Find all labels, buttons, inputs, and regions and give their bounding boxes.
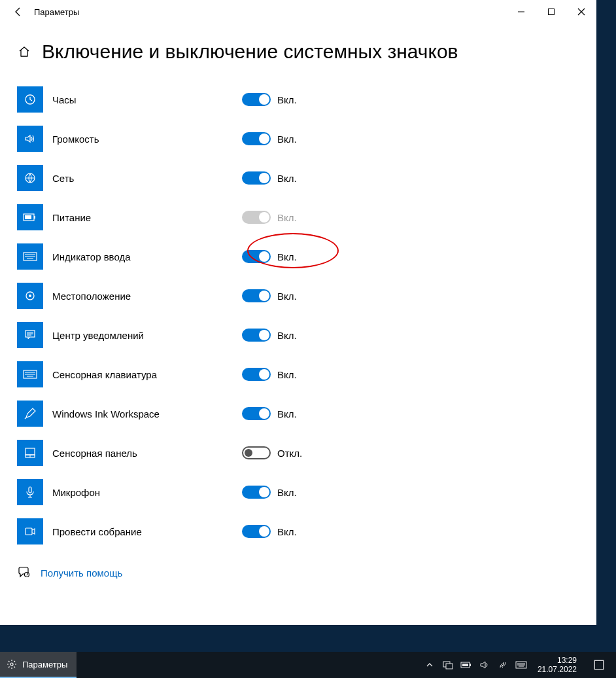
comment-icon xyxy=(17,322,43,348)
setting-row-meet-now: Провести собраниеВкл. xyxy=(17,518,579,544)
svg-rect-25 xyxy=(26,528,32,535)
toggle-touch-keyboard[interactable] xyxy=(242,368,271,381)
toggle-wrap: Вкл. xyxy=(242,289,297,302)
taskbar-app-settings[interactable]: Параметры xyxy=(0,652,77,678)
tray-clock[interactable]: 13:29 21.07.2022 xyxy=(534,656,581,674)
back-arrow-icon xyxy=(13,7,24,17)
window-title: Параметры xyxy=(34,7,79,17)
toggle-action-center[interactable] xyxy=(242,329,271,342)
toggle-wrap: Вкл. xyxy=(242,407,297,420)
toggle-state-label: Вкл. xyxy=(277,526,297,537)
toggle-wrap: Откл. xyxy=(242,446,302,459)
svg-point-12 xyxy=(29,294,31,297)
toggle-wrap: Вкл. xyxy=(242,525,297,538)
volume-icon xyxy=(17,126,43,152)
close-button[interactable] xyxy=(566,0,596,24)
svg-rect-24 xyxy=(29,487,31,493)
toggle-state-label: Вкл. xyxy=(277,330,297,341)
toggle-state-label: Вкл. xyxy=(277,251,297,262)
battery-icon xyxy=(17,204,43,230)
setting-label: Часы xyxy=(52,94,242,105)
setting-label: Индикатор ввода xyxy=(52,251,242,262)
globe-icon xyxy=(17,165,43,191)
toggle-volume[interactable] xyxy=(242,132,271,145)
toggle-state-label: Вкл. xyxy=(277,173,297,184)
maximize-button[interactable] xyxy=(536,0,566,24)
minimize-button[interactable] xyxy=(506,0,536,24)
toggle-state-label: Вкл. xyxy=(277,487,297,498)
toggle-microphone[interactable] xyxy=(242,486,271,499)
keyboard-icon xyxy=(17,243,43,270)
tray-battery-icon[interactable] xyxy=(460,659,472,671)
toggle-wrap: Вкл. xyxy=(242,329,297,342)
toggle-state-label: Вкл. xyxy=(277,408,297,419)
settings-window: Параметры Включение и выключение системн… xyxy=(0,0,596,625)
tray-time: 13:29 xyxy=(538,656,577,665)
setting-row-action-center: Центр уведомленийВкл. xyxy=(17,322,579,348)
tray-keyboard-icon[interactable] xyxy=(515,659,527,671)
page-title: Включение и выключение системных значков xyxy=(42,41,458,63)
toggle-wrap: Вкл. xyxy=(242,132,297,145)
setting-row-touchpad: Сенсорная панельОткл. xyxy=(17,440,579,466)
toggle-wrap: Вкл. xyxy=(242,171,297,185)
setting-label: Микрофон xyxy=(52,487,242,498)
svg-rect-32 xyxy=(462,664,468,666)
setting-row-input-indicator: Индикатор вводаВкл. xyxy=(17,243,579,270)
setting-row-volume: ГромкостьВкл. xyxy=(17,126,579,152)
tray-connector-icon[interactable] xyxy=(497,659,509,671)
setting-label: Центр уведомлений xyxy=(52,330,242,341)
setting-label: Сенсорная панель xyxy=(52,448,242,459)
toggle-state-label: Вкл. xyxy=(277,212,297,223)
toggle-clock[interactable] xyxy=(242,93,271,106)
setting-label: Сеть xyxy=(52,173,242,184)
setting-label: Питание xyxy=(52,212,242,223)
tray-date: 21.07.2022 xyxy=(538,665,577,674)
tray-overflow-button[interactable] xyxy=(424,659,436,671)
toggle-state-label: Откл. xyxy=(277,448,302,459)
tray-taskview-icon[interactable] xyxy=(442,659,454,671)
location-icon xyxy=(17,283,43,309)
tray-volume-icon[interactable] xyxy=(479,659,490,671)
toggle-state-label: Вкл. xyxy=(277,291,297,302)
toggle-meet-now[interactable] xyxy=(242,525,271,538)
svg-point-27 xyxy=(10,663,13,666)
mic-icon xyxy=(17,479,43,505)
setting-row-microphone: МикрофонВкл. xyxy=(17,479,579,505)
toggle-location[interactable] xyxy=(242,289,271,302)
touchpad-icon xyxy=(17,440,43,466)
clock-icon xyxy=(17,86,43,113)
toggle-wrap: Вкл. xyxy=(242,250,297,263)
settings-list: ЧасыВкл.ГромкостьВкл.СетьВкл.ПитаниеВкл.… xyxy=(17,86,579,544)
home-icon[interactable] xyxy=(17,45,31,59)
toggle-wrap: Вкл. xyxy=(242,486,297,499)
setting-label: Местоположение xyxy=(52,291,242,302)
toggle-wrap: Вкл. xyxy=(242,368,297,381)
toggle-wrap: Вкл. xyxy=(242,211,297,224)
svg-rect-37 xyxy=(594,660,604,669)
svg-rect-29 xyxy=(446,664,453,669)
setting-label: Windows Ink Workspace xyxy=(52,408,242,419)
help-row: Получить помощь xyxy=(17,565,579,580)
system-tray: 13:29 21.07.2022 xyxy=(424,652,616,678)
setting-label: Сенсорная клавиатура xyxy=(52,369,242,380)
toggle-wrap: Вкл. xyxy=(242,93,297,106)
pen-icon xyxy=(17,401,43,427)
setting-row-location: МестоположениеВкл. xyxy=(17,283,579,309)
taskbar: Параметры 13:29 21.07.2022 xyxy=(0,652,616,678)
back-button[interactable] xyxy=(5,0,31,24)
titlebar: Параметры xyxy=(0,0,596,24)
toggle-ink-workspace[interactable] xyxy=(242,407,271,420)
get-help-link[interactable]: Получить помощь xyxy=(41,567,122,579)
toggle-touchpad[interactable] xyxy=(242,446,271,459)
toggle-state-label: Вкл. xyxy=(277,134,297,145)
setting-row-power: ПитаниеВкл. xyxy=(17,204,579,230)
camera-icon xyxy=(17,518,43,544)
tray-notification-button[interactable] xyxy=(587,652,611,678)
help-icon xyxy=(17,565,31,580)
toggle-state-label: Вкл. xyxy=(277,369,297,380)
toggle-network[interactable] xyxy=(242,171,271,185)
header-row: Включение и выключение системных значков xyxy=(17,41,579,63)
svg-rect-31 xyxy=(470,664,471,666)
toggle-input-indicator[interactable] xyxy=(242,250,271,263)
setting-row-network: СетьВкл. xyxy=(17,165,579,191)
